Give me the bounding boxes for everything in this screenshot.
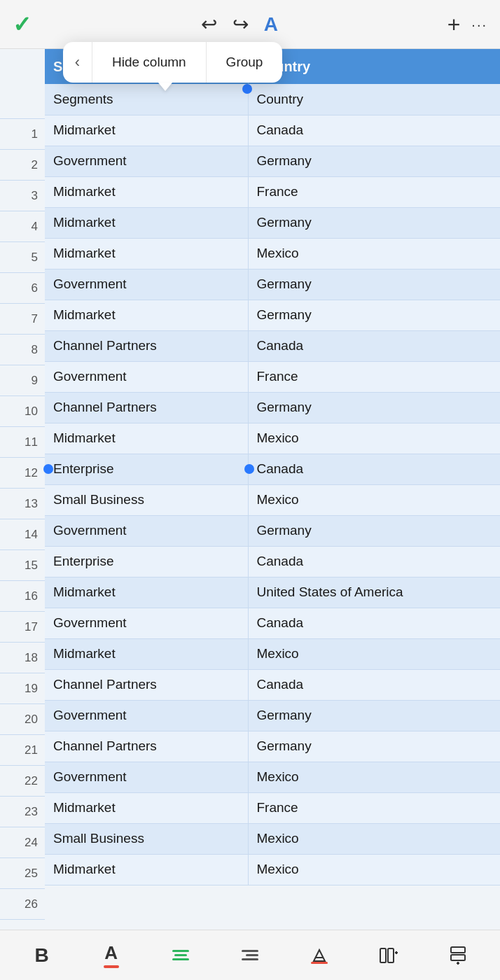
svg-rect-5 — [242, 958, 258, 960]
country-cell: Canada — [248, 115, 500, 146]
table-row[interactable]: EnterpriseCanada — [45, 546, 500, 577]
bold-button[interactable]: B — [24, 944, 60, 967]
table-row[interactable]: Channel PartnersCanada — [45, 669, 500, 700]
country-cell: Mexico — [248, 762, 500, 792]
row-number-23: 23 — [0, 797, 45, 827]
table-row[interactable]: Channel PartnersCanada — [45, 330, 500, 361]
selection-handle-right[interactable] — [244, 464, 254, 474]
add-icon[interactable]: + — [447, 13, 461, 36]
row-number-12: 12 — [0, 458, 45, 489]
align-center-button[interactable] — [162, 946, 199, 965]
table-row[interactable]: MidmarketMexico — [45, 238, 500, 269]
country-cell: Canada — [248, 454, 500, 484]
group-button[interactable]: Group — [207, 42, 283, 83]
country-cell: Germany — [248, 731, 500, 762]
font-color-button[interactable]: A — [93, 942, 130, 968]
segment-cell: Government — [45, 608, 248, 638]
segment-cell: Midmarket — [45, 577, 248, 608]
segment-cell: Channel Partners — [45, 330, 248, 361]
undo-icon[interactable]: ↩ — [201, 15, 217, 34]
segment-cell: Midmarket — [45, 638, 248, 669]
country-cell: Mexico — [248, 823, 500, 854]
bottom-toolbar: B A — [0, 930, 500, 980]
segment-cell: Channel Partners — [45, 392, 248, 423]
table-row[interactable]: SegmentsCountry — [45, 84, 500, 115]
country-cell: Mexico — [248, 854, 500, 885]
table-row[interactable]: Channel PartnersGermany — [45, 731, 500, 762]
svg-rect-7 — [380, 948, 386, 962]
row-number-25: 25 — [0, 858, 45, 889]
column-resize-handle[interactable] — [242, 84, 252, 94]
font-icon[interactable]: A — [264, 15, 278, 34]
table-row[interactable]: GovernmentGermany — [45, 269, 500, 300]
context-menu-back[interactable]: ‹ — [63, 42, 92, 83]
table-row[interactable]: Channel PartnersGermany — [45, 392, 500, 423]
insert-row-button[interactable] — [440, 946, 476, 965]
context-menu-popup: ‹ Hide column Group — [63, 42, 282, 83]
country-cell: Mexico — [248, 238, 500, 269]
spreadsheet-table: Segments Country SegmentsCountryMidmarke… — [45, 49, 500, 886]
row-number-2: 2 — [0, 150, 45, 181]
svg-rect-12 — [451, 955, 465, 960]
row-number-7: 7 — [0, 304, 45, 335]
more-icon[interactable]: ··· — [471, 18, 487, 31]
table-row[interactable]: MidmarketMexico — [45, 423, 500, 454]
row-number-11: 11 — [0, 427, 45, 458]
table-row[interactable]: MidmarketGermany — [45, 207, 500, 238]
segment-cell: Midmarket — [45, 115, 248, 146]
table-row[interactable]: MidmarketCanada — [45, 115, 500, 146]
country-cell: Germany — [248, 700, 500, 731]
country-cell: Canada — [248, 546, 500, 577]
table-row[interactable]: MidmarketFrance — [45, 176, 500, 207]
segment-cell: Small Business — [45, 823, 248, 854]
table-row[interactable]: GovernmentMexico — [45, 762, 500, 792]
insert-column-button[interactable] — [370, 946, 407, 965]
row-number-1: 1 — [0, 119, 45, 150]
country-cell: France — [248, 792, 500, 823]
segment-cell: Channel Partners — [45, 669, 248, 700]
table-row[interactable]: MidmarketUnited States of America — [45, 577, 500, 608]
country-cell: Canada — [248, 330, 500, 361]
table-row[interactable]: MidmarketGermany — [45, 300, 500, 330]
segment-cell: Enterprise — [45, 546, 248, 577]
table-row[interactable]: GovernmentGermany — [45, 515, 500, 546]
table-row[interactable]: MidmarketMexico — [45, 638, 500, 669]
segment-cell: Government — [45, 762, 248, 792]
fill-color-button[interactable] — [301, 946, 338, 965]
popup-tail — [158, 83, 172, 91]
row-number-22: 22 — [0, 766, 45, 797]
spreadsheet: B 12345678910111213141516171819202122232… — [0, 49, 500, 930]
row-number-4: 4 — [0, 211, 45, 242]
country-cell: Mexico — [248, 484, 500, 515]
segment-cell: Government — [45, 515, 248, 546]
row-num-header-spacer — [0, 84, 45, 119]
table-row[interactable]: GovernmentGermany — [45, 146, 500, 176]
segment-cell: Midmarket — [45, 792, 248, 823]
svg-rect-6 — [311, 962, 328, 964]
segment-cell: Enterprise — [45, 454, 248, 484]
align-right-button[interactable] — [232, 946, 268, 965]
row-number-5: 5 — [0, 242, 45, 273]
table-row[interactable]: GovernmentFrance — [45, 361, 500, 392]
country-col-header: Country — [248, 49, 500, 84]
data-grid: Segments Country SegmentsCountryMidmarke… — [45, 49, 500, 930]
table-row[interactable]: GovernmentGermany — [45, 700, 500, 731]
table-row[interactable]: MidmarketFrance — [45, 792, 500, 823]
svg-rect-1 — [174, 954, 187, 956]
redo-icon[interactable]: ↪ — [232, 15, 249, 34]
svg-rect-11 — [451, 947, 465, 953]
country-cell: Mexico — [248, 423, 500, 454]
table-row[interactable]: Small BusinessMexico — [45, 823, 500, 854]
selection-handle-left[interactable] — [43, 464, 53, 474]
table-row[interactable]: Small BusinessMexico — [45, 484, 500, 515]
segment-cell: Midmarket — [45, 423, 248, 454]
check-icon[interactable]: ✓ — [13, 13, 32, 36]
table-row[interactable]: GovernmentCanada — [45, 608, 500, 638]
svg-rect-4 — [246, 954, 258, 956]
country-cell: Germany — [248, 146, 500, 176]
table-row[interactable]: MidmarketMexico — [45, 854, 500, 885]
segment-cell: Channel Partners — [45, 731, 248, 762]
table-row[interactable]: EnterpriseCanada — [45, 454, 500, 484]
hide-column-button[interactable]: Hide column — [92, 42, 207, 83]
segment-cell: Midmarket — [45, 854, 248, 885]
